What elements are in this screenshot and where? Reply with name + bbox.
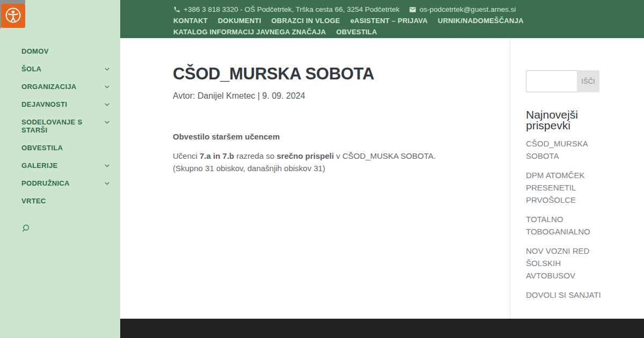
universal-access-icon xyxy=(5,7,21,25)
post-paragraph: Učenci 7.a in 7.b razreda so srečno pris… xyxy=(173,150,495,174)
chevron-down-icon xyxy=(104,83,111,92)
meta-separator: | xyxy=(255,91,262,100)
topnav-katalog-informacij[interactable]: KATALOG INFORMACIJ JAVNEGA ZNAČAJA xyxy=(173,28,326,36)
sidebar-item-label: ORGANIZACIJA xyxy=(21,83,77,91)
page-title: CŠOD_MURSKA SOBOTA xyxy=(173,63,510,85)
top-header: +386 3 818 3320 - OŠ Podčetrtek, Trška c… xyxy=(120,0,644,38)
phone-icon xyxy=(173,6,180,13)
email-link[interactable]: os-podcetrtek@guest.arnes.si xyxy=(420,5,516,13)
topnav-dokumenti[interactable]: DOKUMENTI xyxy=(218,17,261,25)
post-subheading: Obvestilo staršem učencem xyxy=(173,132,510,141)
footer-bar xyxy=(120,319,644,338)
sidebar-item-label: PODRUŽNICA xyxy=(21,179,70,187)
left-sidebar: DOMOV ŠOLA ORGANIZACIJA DEJAVNOSTI SODEL… xyxy=(0,0,120,338)
sidebar-item-podruznica[interactable]: PODRUŽNICA xyxy=(21,179,111,187)
post-content-area: CŠOD_MURSKA SOBOTA Avtor: Danijel Kmetec… xyxy=(120,38,510,319)
topnav-easistent-prijava[interactable]: eASISTENT – PRIJAVA xyxy=(350,17,428,25)
post-date: 9. 09. 2024 xyxy=(262,91,305,100)
visit-counter: (Skupno 31 obiskov, današnjih obiskov 31… xyxy=(173,162,495,174)
email-icon xyxy=(409,6,416,13)
recent-posts-list: CŠOD_MURSKA SOBOTA DPM ATOMČEK PRESENETI… xyxy=(526,137,608,301)
chevron-down-icon xyxy=(104,119,111,127)
sidebar-search-button[interactable] xyxy=(21,224,31,235)
sidebar-item-label: DEJAVNOSTI xyxy=(21,100,67,108)
chevron-down-icon xyxy=(104,65,111,74)
body-text: razreda so xyxy=(234,151,276,160)
sidebar-item-obvestila[interactable]: OBVESTILA xyxy=(21,144,111,152)
recent-post-link[interactable]: DPM ATOMČEK PRESENETIL PRVOŠOLCE xyxy=(526,169,608,206)
accessibility-button[interactable] xyxy=(1,4,25,28)
sidebar-item-domov[interactable]: DOMOV xyxy=(21,47,111,55)
post-meta: Avtor: Danijel Kmetec | 9. 09. 2024 xyxy=(173,91,510,101)
search-icon xyxy=(21,227,31,235)
chevron-down-icon xyxy=(104,162,111,171)
body-text: v CŠOD_MUSKA SOBOTA. xyxy=(334,151,436,160)
sidebar-item-label: ŠOLA xyxy=(21,65,41,73)
secondary-nav-row-2: KATALOG INFORMACIJ JAVNEGA ZNAČAJA OBVES… xyxy=(173,26,644,38)
sidebar-item-galerije[interactable]: GALERIJE xyxy=(21,161,111,170)
recent-post-link[interactable]: NOV VOZNI RED ŠOLSKIH AVTOBUSOV xyxy=(526,245,608,282)
sidebar-item-sola[interactable]: ŠOLA xyxy=(21,65,111,73)
body-text: Učenci xyxy=(173,151,200,160)
body-text-bold: 7.a in 7.b xyxy=(200,151,234,160)
topnav-urnik-nadomescanja[interactable]: URNIK/NADOMEŠČANJA xyxy=(438,17,524,25)
sidebar-item-organizacija[interactable]: ORGANIZACIJA xyxy=(21,83,111,91)
recent-post-link[interactable]: TOTALNO TOBOGANIALNO xyxy=(526,213,608,238)
recent-post-link[interactable]: CŠOD_MURSKA SOBOTA xyxy=(526,137,608,162)
search-widget: IŠČI xyxy=(526,70,599,92)
secondary-nav-row-1: KONTAKT DOKUMENTI OBRAZCI IN VLOGE eASIS… xyxy=(173,15,644,26)
right-sidebar: IŠČI Najnovejši prispevki CŠOD_MURSKA SO… xyxy=(510,38,644,319)
window-corner-artifact xyxy=(0,0,25,4)
recent-post-link[interactable]: DOVOLI SI SANJATI xyxy=(526,289,608,301)
recent-posts-heading: Najnovejši prispevki xyxy=(526,109,608,131)
sidebar-item-vrtec[interactable]: VRTEC xyxy=(21,197,111,205)
body-text-bold: srečno prispeli xyxy=(276,151,334,160)
topnav-obvestila[interactable]: OBVESTILA xyxy=(336,28,377,36)
sidebar-item-sodelovanje-s-starsi[interactable]: SODELOVANJE S STARŠI xyxy=(21,118,111,134)
author-prefix: Avtor: xyxy=(173,91,197,100)
sidebar-item-label: DOMOV xyxy=(21,47,49,55)
author-link[interactable]: Danijel Kmetec xyxy=(197,91,255,100)
main-menu: DOMOV ŠOLA ORGANIZACIJA DEJAVNOSTI SODEL… xyxy=(21,47,111,215)
topnav-obrazci-in-vloge[interactable]: OBRAZCI IN VLOGE xyxy=(272,17,340,25)
topnav-kontakt[interactable]: KONTAKT xyxy=(173,17,208,25)
phone-address-link[interactable]: +386 3 818 3320 - OŠ Podčetrtek, Trška c… xyxy=(184,5,400,13)
search-input[interactable] xyxy=(526,70,577,92)
sidebar-item-dejavnosti[interactable]: DEJAVNOSTI xyxy=(21,100,111,108)
sidebar-item-label: OBVESTILA xyxy=(21,144,63,152)
sidebar-item-label: SODELOVANJE S STARŠI xyxy=(21,118,82,134)
contact-row: +386 3 818 3320 - OŠ Podčetrtek, Trška c… xyxy=(173,4,644,15)
sidebar-item-label: GALERIJE xyxy=(21,161,57,170)
sidebar-item-label: VRTEC xyxy=(21,197,46,205)
search-submit-button[interactable]: IŠČI xyxy=(577,70,599,92)
chevron-down-icon xyxy=(104,101,111,109)
chevron-down-icon xyxy=(104,180,111,188)
